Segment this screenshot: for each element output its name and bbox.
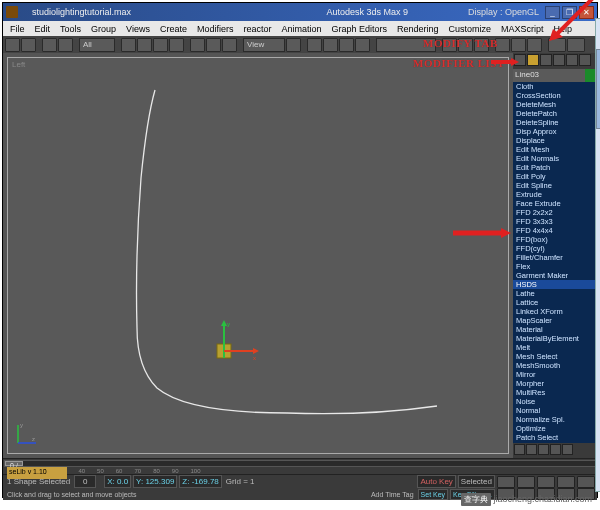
modifier-item[interactable]: MultiRes (513, 388, 597, 397)
modifier-item[interactable]: Edit Mesh (513, 145, 597, 154)
display-tab[interactable] (566, 54, 578, 66)
modifier-item[interactable]: Mesh Select (513, 352, 597, 361)
playback-play-button[interactable] (537, 476, 555, 488)
modifier-item[interactable]: Edit Poly (513, 172, 597, 181)
object-name-field[interactable]: Line03 (513, 69, 585, 82)
page-scrollbar[interactable] (595, 18, 600, 492)
modifier-item[interactable]: Cloth (513, 82, 597, 91)
configure-sets-button[interactable] (562, 444, 573, 455)
autokey-button[interactable]: Auto Key (417, 475, 455, 488)
modifier-item[interactable]: Face Extrude (513, 199, 597, 208)
modifier-item[interactable]: FFD(box) (513, 235, 597, 244)
playback-end-button[interactable] (577, 476, 595, 488)
selib-toolbar[interactable]: seLib v 1.10 (7, 467, 67, 479)
modifier-item[interactable]: HSDS (513, 280, 597, 289)
menu-modifiers[interactable]: Modifiers (192, 24, 239, 34)
redo-button[interactable] (21, 38, 36, 52)
modifier-item[interactable]: Edit Patch (513, 163, 597, 172)
modifier-item[interactable]: Fillet/Chamfer (513, 253, 597, 262)
time-slider-thumb[interactable]: 0 / 100 (5, 461, 23, 466)
menu-tools[interactable]: Tools (55, 24, 86, 34)
scrollbar-thumb[interactable] (596, 49, 600, 129)
menu-views[interactable]: Views (121, 24, 155, 34)
ref-coord-dropdown[interactable]: View (243, 38, 285, 52)
playback-prev-button[interactable] (517, 476, 535, 488)
modifier-item[interactable]: DeleteMesh (513, 100, 597, 109)
select-name-button[interactable] (137, 38, 152, 52)
select-region-button[interactable] (153, 38, 168, 52)
modifier-item[interactable]: Morpher (513, 379, 597, 388)
menu-grapheditors[interactable]: Graph Editors (327, 24, 393, 34)
modifier-item[interactable]: MapScaler (513, 316, 597, 325)
coord-z-field[interactable]: Z: -169.78 (179, 475, 221, 488)
scale-button[interactable] (222, 38, 237, 52)
modifier-item[interactable]: Edit Spline (513, 181, 597, 190)
modifier-item[interactable]: Displace (513, 136, 597, 145)
schematic-button[interactable] (511, 38, 526, 52)
window-crossing-button[interactable] (169, 38, 184, 52)
transform-gizmo[interactable]: y x (203, 318, 263, 378)
undo-button[interactable] (5, 38, 20, 52)
angle-snap-button[interactable] (323, 38, 338, 52)
modifier-item[interactable]: Normalize Spl. (513, 415, 597, 424)
modifier-item[interactable]: FFD(cyl) (513, 244, 597, 253)
pin-stack-button[interactable] (514, 444, 525, 455)
modifier-item[interactable]: DeletePatch (513, 109, 597, 118)
setkey-button[interactable]: Set Key (418, 489, 449, 500)
coord-y-field[interactable]: Y: 125.309 (133, 475, 177, 488)
rotate-button[interactable] (206, 38, 221, 52)
snap-button[interactable] (307, 38, 322, 52)
show-end-result-button[interactable] (526, 444, 537, 455)
modifier-item[interactable]: Disp Approx (513, 127, 597, 136)
menu-file[interactable]: File (5, 24, 30, 34)
menu-animation[interactable]: Animation (276, 24, 326, 34)
unlink-button[interactable] (58, 38, 73, 52)
menu-group[interactable]: Group (86, 24, 121, 34)
make-unique-button[interactable] (538, 444, 549, 455)
modifier-item[interactable]: Flex (513, 262, 597, 271)
menu-edit[interactable]: Edit (30, 24, 56, 34)
modifier-item[interactable]: FFD 4x4x4 (513, 226, 597, 235)
utilities-tab[interactable] (579, 54, 591, 66)
modifier-item[interactable]: Edit Normals (513, 154, 597, 163)
selected-dropdown[interactable]: Selected (458, 475, 495, 488)
frame-field[interactable]: 0 (74, 475, 96, 488)
modifier-item[interactable]: Noise (513, 397, 597, 406)
remove-modifier-button[interactable] (550, 444, 561, 455)
modifier-list-dropdown[interactable]: ClothCrossSectionDeleteMeshDeletePatchDe… (513, 82, 597, 443)
modifier-item[interactable]: FFD 2x2x2 (513, 208, 597, 217)
material-editor-button[interactable] (527, 38, 542, 52)
modifier-item[interactable]: Lathe (513, 289, 597, 298)
modifier-item[interactable]: Mirror (513, 370, 597, 379)
playback-next-button[interactable] (557, 476, 575, 488)
modifier-item[interactable]: Garment Maker (513, 271, 597, 280)
viewport[interactable]: Left y x y (3, 53, 513, 458)
menu-reactor[interactable]: reactor (238, 24, 276, 34)
modifier-item[interactable]: Lattice (513, 298, 597, 307)
addtimetag-button[interactable]: Add Time Tag (369, 491, 416, 498)
modifier-item[interactable]: Optimize (513, 424, 597, 433)
modifier-item[interactable]: MaterialByElement (513, 334, 597, 343)
modifier-item[interactable]: Normal (513, 406, 597, 415)
time-slider[interactable]: 0 / 100 (4, 460, 596, 467)
menu-customize[interactable]: Customize (444, 24, 497, 34)
playback-start-button[interactable] (497, 476, 515, 488)
spinner-snap-button[interactable] (355, 38, 370, 52)
pivot-button[interactable] (286, 38, 301, 52)
modifier-item[interactable]: CrossSection (513, 91, 597, 100)
percent-snap-button[interactable] (339, 38, 354, 52)
modifier-item[interactable]: Linked XForm (513, 307, 597, 316)
modifier-item[interactable]: FFD 3x3x3 (513, 217, 597, 226)
move-button[interactable] (190, 38, 205, 52)
hierarchy-tab[interactable] (540, 54, 552, 66)
modify-tab[interactable] (527, 54, 539, 66)
select-button[interactable] (121, 38, 136, 52)
modifier-item[interactable]: Patch Select (513, 433, 597, 442)
menu-create[interactable]: Create (155, 24, 192, 34)
coord-x-field[interactable]: X: 0.0 (104, 475, 131, 488)
modifier-item[interactable]: DeleteSpline (513, 118, 597, 127)
menu-maxscript[interactable]: MAXScript (496, 24, 549, 34)
modifier-item[interactable]: Extrude (513, 190, 597, 199)
link-button[interactable] (42, 38, 57, 52)
motion-tab[interactable] (553, 54, 565, 66)
